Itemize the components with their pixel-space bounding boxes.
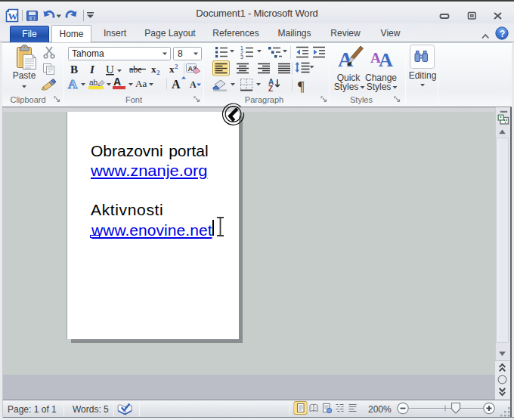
svg-text:A: A [113,76,121,88]
svg-text:U: U [106,63,114,76]
svg-text:W: W [8,11,18,22]
svg-text:A: A [190,79,197,90]
svg-text:Z: Z [268,85,273,93]
svg-text:I: I [89,63,95,76]
svg-text:Styles: Styles [367,82,392,92]
svg-text:8: 8 [178,48,183,59]
svg-text:A: A [379,49,393,71]
svg-text:Paste: Paste [13,70,36,81]
svg-text:¶: ¶ [298,79,305,94]
svg-text:A: A [172,78,181,91]
svg-text:Tahoma: Tahoma [72,48,104,59]
svg-text:x: x [151,63,156,75]
svg-text:B: B [70,63,78,76]
svg-text:Editing: Editing [409,70,437,81]
svg-text:A: A [68,77,78,91]
svg-text:?: ? [500,29,505,39]
svg-text:ab: ab [89,79,98,87]
svg-text:2: 2 [175,63,178,70]
svg-text:3: 3 [240,54,243,60]
svg-text:Aa: Aa [135,78,147,89]
svg-text:x: x [169,63,175,75]
svg-text:2: 2 [156,69,160,76]
svg-text:Styles: Styles [334,82,359,92]
